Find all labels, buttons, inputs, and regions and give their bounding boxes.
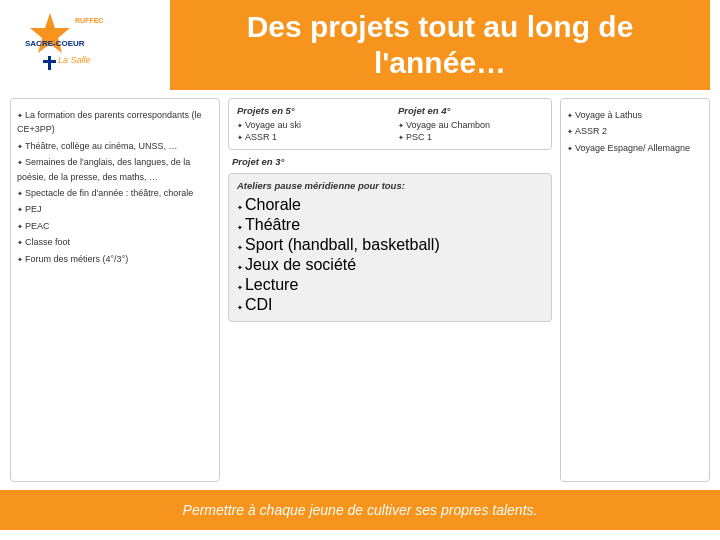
top-projects-box: Projets en 5° Voyage au ski ASSR 1 Proje… [228, 98, 552, 150]
svg-text:SACRE-COEUR: SACRE-COEUR [25, 39, 85, 48]
svg-text:La Salle: La Salle [58, 55, 91, 65]
list-item: Théâtre, collège au cinéma, UNSS, … [17, 138, 213, 154]
projet-5-col: Projets en 5° Voyage au ski ASSR 1 [237, 105, 382, 143]
svg-rect-5 [43, 60, 56, 63]
left-list: La formation des parents correspondants … [17, 107, 213, 267]
list-item: Chorale [237, 195, 543, 215]
list-item: Lecture [237, 275, 543, 295]
list-item: Voyage au Chambon [398, 119, 543, 131]
proj5-list: Voyage au ski ASSR 1 [237, 119, 382, 143]
proj4-list: Voyage au Chambon PSC 1 [398, 119, 543, 143]
svg-text:RUFFEC: RUFFEC [75, 17, 103, 24]
proj3-label: Projet en 3° [232, 156, 552, 167]
top-projects-row: Projets en 5° Voyage au ski ASSR 1 Proje… [237, 105, 543, 143]
list-item: PEAC [17, 218, 213, 234]
ateliers-box: Ateliers pause méridienne pour tous: Cho… [228, 173, 552, 322]
list-item: Forum des métiers (4°/3°) [17, 251, 213, 267]
list-item: Jeux de société [237, 255, 543, 275]
right-panel: Voyage à Lathus ASSR 2 Voyage Espagne/ A… [560, 98, 710, 482]
projet-4-col: Projet en 4° Voyage au Chambon PSC 1 [398, 105, 543, 143]
header: RUFFEC SACRE-COEUR La Salle Des projets … [0, 0, 720, 90]
footer: Permettre à chaque jeune de cultiver ses… [0, 490, 720, 530]
right-list: Voyage à Lathus ASSR 2 Voyage Espagne/ A… [567, 107, 703, 156]
left-panel: La formation des parents correspondants … [10, 98, 220, 482]
ateliers-list: Chorale Théâtre Sport (handball, basketb… [237, 195, 543, 315]
proj5-label: Projets en 5° [237, 105, 382, 116]
school-logo: RUFFEC SACRE-COEUR La Salle [20, 8, 160, 83]
list-item: ASSR 1 [237, 131, 382, 143]
list-item: ASSR 2 [567, 123, 703, 139]
main-content: La formation des parents correspondants … [0, 90, 720, 490]
list-item: Voyage Espagne/ Allemagne [567, 140, 703, 156]
main-title: Des projets tout au long de l'année… [247, 9, 634, 81]
footer-text: Permettre à chaque jeune de cultiver ses… [183, 502, 538, 518]
logo-area: RUFFEC SACRE-COEUR La Salle [10, 5, 170, 85]
list-item: PEJ [17, 201, 213, 217]
middle-panel: Projets en 5° Voyage au ski ASSR 1 Proje… [228, 98, 552, 482]
list-item: Semaines de l'anglais, des langues, de l… [17, 154, 213, 185]
list-item: La formation des parents correspondants … [17, 107, 213, 138]
ateliers-header: Ateliers pause méridienne pour tous: [237, 180, 543, 191]
list-item: PSC 1 [398, 131, 543, 143]
list-item: Sport (handball, basketball) [237, 235, 543, 255]
title-area: Des projets tout au long de l'année… [170, 0, 710, 90]
list-item: Classe foot [17, 234, 213, 250]
list-item: Voyage à Lathus [567, 107, 703, 123]
list-item: Spectacle de fin d'année : théâtre, chor… [17, 185, 213, 201]
list-item: Voyage au ski [237, 119, 382, 131]
proj4-label: Projet en 4° [398, 105, 543, 116]
list-item: CDI [237, 295, 543, 315]
list-item: Théâtre [237, 215, 543, 235]
